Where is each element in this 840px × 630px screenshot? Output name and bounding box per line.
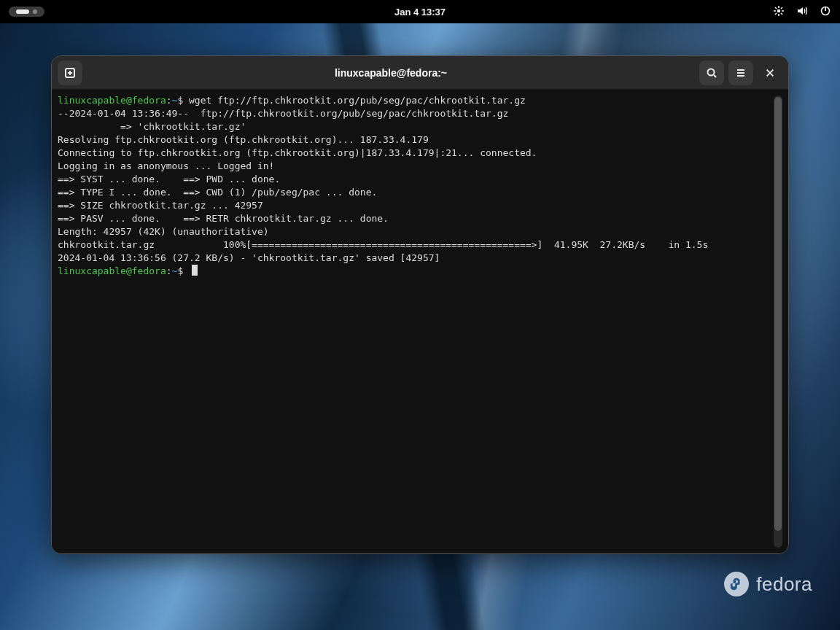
- svg-point-6: [708, 69, 715, 75]
- new-tab-button[interactable]: [58, 61, 82, 85]
- window-title: linuxcapable@fedora:~: [88, 67, 693, 79]
- gnome-topbar: Jan 4 13:37: [0, 0, 840, 23]
- volume-icon: [796, 5, 808, 19]
- workspace-indicator-dot: [33, 9, 37, 14]
- terminal-cursor: [192, 265, 198, 276]
- scrollbar[interactable]: [774, 96, 782, 548]
- search-button[interactable]: [699, 61, 724, 85]
- svg-rect-0: [777, 9, 780, 12]
- terminal-body[interactable]: linuxcapable@fedora:~$ wget ftp://ftp.ch…: [52, 90, 788, 553]
- fedora-logo-icon: [724, 572, 749, 596]
- activities-button[interactable]: [9, 7, 44, 17]
- scrollbar-thumb[interactable]: [774, 97, 782, 531]
- fedora-watermark: fedora: [724, 572, 812, 596]
- terminal-window: linuxcapable@fedora:~ linuxcapable@fedor…: [51, 55, 789, 554]
- svg-line-7: [714, 75, 716, 77]
- window-titlebar[interactable]: linuxcapable@fedora:~: [52, 56, 788, 90]
- system-status-area[interactable]: [773, 5, 831, 19]
- workspace-indicator-active: [16, 9, 29, 14]
- network-icon: [773, 5, 785, 19]
- terminal-content[interactable]: linuxcapable@fedora:~$ wget ftp://ftp.ch…: [56, 94, 772, 549]
- close-button[interactable]: [758, 61, 782, 85]
- clock[interactable]: Jan 4 13:37: [394, 7, 446, 18]
- fedora-watermark-text: fedora: [756, 573, 812, 596]
- menu-button[interactable]: [728, 61, 753, 85]
- power-icon: [820, 5, 831, 19]
